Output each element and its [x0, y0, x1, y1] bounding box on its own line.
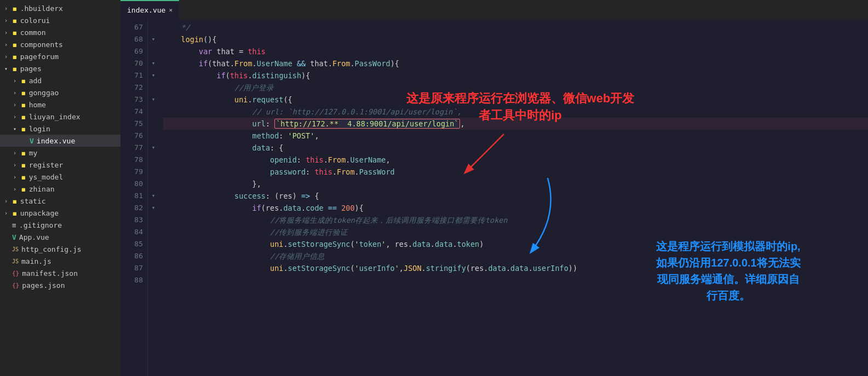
folder-icon: ▪ [12, 39, 18, 50]
tab-index-vue[interactable]: index.vue × [120, 0, 179, 19]
sidebar-item-pagesjson[interactable]: {}pages.json [0, 279, 120, 291]
code-line: uni.setStorageSync('token', res.data.dat… [163, 238, 868, 250]
code-area: 6768697071727374757677787980818283848586… [120, 19, 868, 376]
sidebar-item-register[interactable]: ›▪register [0, 159, 120, 171]
chevron-right-icon: › [4, 30, 11, 36]
fold-indicator[interactable]: ▾ [148, 94, 159, 106]
chevron-right-icon: › [4, 198, 11, 204]
chevron-down-icon: ▾ [13, 126, 20, 132]
sidebar-item-manifest[interactable]: {}manifest.json [0, 267, 120, 279]
sidebar-item-liuyan_index[interactable]: ›▪liuyan_index [0, 111, 120, 123]
fold-indicator [148, 106, 159, 118]
code-line: if(this.distinguish){ [163, 70, 868, 82]
sidebar-item-appvue[interactable]: VApp.vue [0, 231, 120, 243]
folder-icon: ▪ [12, 15, 18, 26]
chevron-right-icon: › [4, 42, 11, 48]
folder-icon: ▪ [12, 27, 18, 38]
fold-indicator [148, 21, 159, 33]
chevron-right-icon: › [13, 150, 20, 156]
sidebar-item-pageforum[interactable]: ›▪pageforum [0, 50, 120, 62]
file-icon: V [30, 137, 34, 145]
code-line: }, [163, 178, 868, 190]
folder-icon: ▪ [21, 172, 26, 182]
code-editor: index.vue × 6768697071727374757677787980… [120, 0, 868, 376]
sidebar-item-zhinan[interactable]: ›▪zhinan [0, 183, 120, 195]
line-number: 74 [120, 106, 143, 118]
sidebar-item-my[interactable]: ›▪my [0, 147, 120, 159]
sidebar-item-label: liuyan_index [29, 113, 81, 121]
fold-indicator [148, 45, 159, 57]
sidebar-item-label: components [20, 41, 63, 49]
fold-indicator[interactable]: ▾ [148, 142, 159, 154]
folder-icon: ▪ [12, 196, 18, 206]
fold-indicator [148, 118, 159, 130]
chevron-right-icon: › [4, 54, 11, 60]
folder-icon: ▪ [21, 112, 26, 122]
sidebar-item-label: static [20, 197, 46, 205]
sidebar-item-home[interactable]: ›▪home [0, 99, 120, 111]
sidebar-item-add[interactable]: ›▪add [0, 74, 120, 86]
sidebar-item-label: .gitignore [19, 221, 62, 229]
sidebar-item-hbuilderx[interactable]: ›▪.hbuilderx [0, 2, 120, 14]
sidebar-item-common[interactable]: ›▪common [0, 26, 120, 38]
sidebar-item-pages[interactable]: ▾▪pages [0, 62, 120, 74]
fold-indicator[interactable]: ▾ [148, 190, 159, 202]
line-number: 71 [120, 70, 143, 82]
sidebar-item-colorui[interactable]: ›▪colorui [0, 14, 120, 26]
folder-icon: ▪ [12, 3, 18, 14]
code-line: method: 'POST', [163, 130, 868, 142]
file-icon: JS [12, 258, 19, 264]
line-number: 77 [120, 142, 143, 154]
fold-indicator [148, 274, 159, 286]
sidebar-item-label: ys_model [29, 173, 64, 181]
sidebar-item-components[interactable]: ›▪components [0, 38, 120, 50]
sidebar-item-label: gonggao [29, 89, 59, 97]
fold-indicator[interactable]: ▾ [148, 70, 159, 82]
fold-indicator [148, 154, 159, 166]
sidebar-item-label: add [29, 77, 42, 85]
sidebar-item-index_vue[interactable]: Vindex.vue [0, 135, 120, 147]
sidebar-item-http_config[interactable]: JShttp_config.js [0, 243, 120, 255]
chevron-right-icon: › [13, 90, 20, 96]
folder-icon: ▪ [21, 160, 26, 170]
code-line: success: (res) => { [163, 190, 868, 202]
code-gutter: ▾▾▾▾▾▾▾ [148, 19, 159, 376]
sidebar-item-gitignore[interactable]: ≡.gitignore [0, 219, 120, 231]
code-line: if(res.data.code == 200){ [163, 202, 868, 214]
tab-bar: index.vue × [120, 0, 868, 19]
chevron-right-icon: › [4, 210, 11, 216]
fold-indicator[interactable]: ▾ [148, 202, 159, 214]
chevron-down-icon: ▾ [4, 66, 11, 72]
fold-indicator[interactable]: ▾ [148, 33, 159, 45]
line-number: 68 [120, 33, 143, 45]
line-number: 80 [120, 178, 143, 190]
sidebar-item-static[interactable]: ›▪static [0, 195, 120, 207]
fold-indicator [148, 166, 159, 178]
sidebar-item-mainjs[interactable]: JSmain.js [0, 255, 120, 267]
sidebar-item-label: .hbuilderx [20, 4, 63, 13]
code-content[interactable]: */ login(){ var that = this if(that.From… [159, 19, 868, 376]
file-icon: {} [12, 270, 19, 277]
folder-icon: ▪ [21, 88, 26, 98]
code-line: login(){ [163, 33, 868, 45]
sidebar-item-label: pages [20, 65, 42, 73]
fold-indicator [148, 238, 159, 250]
folder-icon: ▪ [21, 184, 26, 194]
sidebar-item-login[interactable]: ▾▪login [0, 123, 120, 135]
file-icon: ≡ [12, 221, 16, 229]
folder-icon: ▪ [12, 51, 18, 62]
fold-indicator[interactable]: ▾ [148, 57, 159, 70]
sidebar-item-label: home [29, 101, 46, 109]
chevron-right-icon: › [13, 114, 20, 120]
sidebar-item-unpackage[interactable]: ›▪unpackage [0, 207, 120, 219]
code-line: password: this.From.PassWord [163, 166, 868, 178]
fold-indicator [148, 214, 159, 226]
sidebar-item-label: login [29, 125, 50, 133]
fold-indicator [148, 226, 159, 238]
tab-close-button[interactable]: × [169, 7, 173, 14]
sidebar-item-ys_model[interactable]: ›▪ys_model [0, 171, 120, 183]
sidebar-item-gonggao[interactable]: ›▪gonggao [0, 86, 120, 99]
sidebar-item-label: http_config.js [21, 245, 82, 253]
sidebar-item-label: pages.json [22, 281, 65, 290]
chevron-right-icon: › [13, 102, 20, 108]
